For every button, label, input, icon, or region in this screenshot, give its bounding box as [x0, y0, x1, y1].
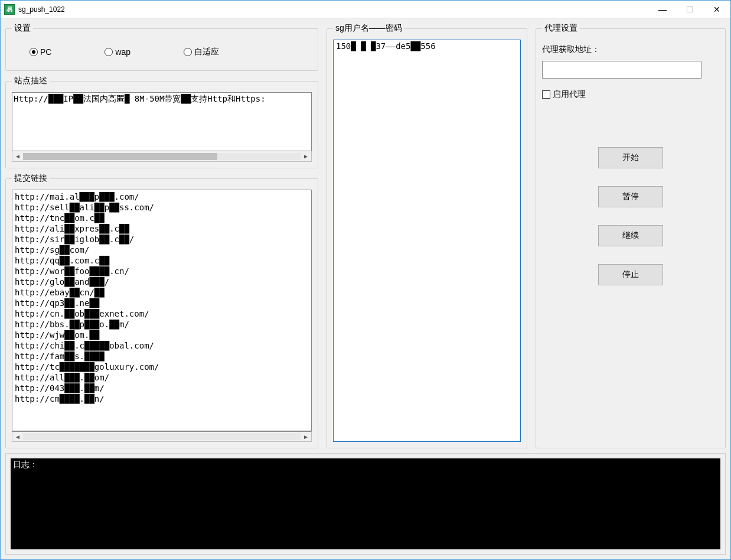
window-title: sg_push_1022 [18, 5, 649, 14]
scroll-right-icon[interactable]: ► [301, 432, 311, 441]
proxy-address-label: 代理获取地址： [542, 44, 719, 55]
enable-proxy-label: 启用代理 [553, 89, 586, 100]
log-output[interactable]: 日志： [11, 458, 720, 549]
hscrollbar[interactable]: ◄ ► [12, 431, 312, 442]
close-button[interactable]: ✕ [703, 1, 730, 18]
stop-button[interactable]: 停止 [598, 264, 663, 285]
right-column: 代理设置 代理获取地址： 启用代理 开始 暂停 继续 停止 [536, 23, 726, 448]
minimize-button[interactable]: — [649, 1, 676, 18]
user-pwd-legend: sg用户名——密码 [333, 23, 404, 34]
maximize-button: ☐ [676, 1, 703, 18]
user-pwd-group: sg用户名——密码 150█ █ █37——de5██556 [327, 23, 527, 448]
scroll-track[interactable] [23, 153, 301, 160]
radio-row: PC wap 自适应 [12, 40, 312, 64]
radio-wap[interactable]: wap [105, 47, 130, 57]
radio-icon [184, 48, 192, 56]
app-icon: 易 [4, 4, 15, 15]
app-window: 易 sg_push_1022 — ☐ ✕ 设置 PC [0, 0, 731, 560]
log-panel: 日志： [5, 453, 726, 555]
submit-links-input[interactable]: http://mai.al███p███.com/ http://sell██a… [12, 190, 312, 431]
pause-button[interactable]: 暂停 [598, 186, 663, 207]
titlebar: 易 sg_push_1022 — ☐ ✕ [1, 1, 730, 18]
submit-links-group: 提交链接 http://mai.al███p███.com/ http://se… [5, 173, 318, 448]
scroll-left-icon[interactable]: ◄ [12, 152, 23, 161]
start-button[interactable]: 开始 [598, 147, 663, 168]
middle-column: sg用户名——密码 150█ █ █37——de5██556 [327, 23, 527, 448]
site-desc-legend: 站点描述 [12, 76, 50, 86]
proxy-legend: 代理设置 [542, 23, 580, 34]
enable-proxy-checkbox[interactable]: 启用代理 [542, 89, 719, 100]
scroll-left-icon[interactable]: ◄ [12, 432, 23, 441]
user-pwd-input[interactable]: 150█ █ █37——de5██556 [333, 40, 521, 442]
links-box: http://mai.al███p███.com/ http://sell██a… [12, 190, 312, 431]
proxy-group: 代理设置 代理获取地址： 启用代理 开始 暂停 继续 停止 [536, 23, 726, 448]
settings-legend: 设置 [12, 23, 33, 34]
proxy-address-input[interactable] [542, 61, 701, 79]
button-column: 开始 暂停 继续 停止 [542, 147, 719, 285]
checkbox-icon [542, 90, 550, 99]
radio-pc[interactable]: PC [30, 47, 51, 57]
site-desc-input[interactable]: Http://███IP██法国内高匿█ 8M-50M带宽██支持Http和Ht… [12, 92, 312, 151]
scroll-thumb[interactable] [23, 153, 217, 160]
scroll-track[interactable] [23, 433, 301, 440]
radio-icon [30, 48, 38, 56]
radio-auto-label: 自适应 [194, 47, 219, 57]
radio-icon [105, 48, 113, 56]
radio-pc-label: PC [40, 47, 51, 57]
top-row: 设置 PC wap 自适应 [5, 23, 726, 448]
scroll-right-icon[interactable]: ► [301, 152, 311, 161]
resume-button[interactable]: 继续 [598, 225, 663, 246]
hscrollbar[interactable]: ◄ ► [12, 151, 312, 162]
client-area: 设置 PC wap 自适应 [1, 18, 730, 559]
settings-group: 设置 PC wap 自适应 [5, 23, 318, 71]
radio-auto[interactable]: 自适应 [184, 47, 219, 57]
window-controls: — ☐ ✕ [649, 1, 730, 18]
submit-links-legend: 提交链接 [12, 173, 50, 184]
site-desc-group: 站点描述 Http://███IP██法国内高匿█ 8M-50M带宽██支持Ht… [5, 76, 318, 168]
left-column: 设置 PC wap 自适应 [5, 23, 318, 448]
radio-wap-label: wap [115, 47, 130, 57]
